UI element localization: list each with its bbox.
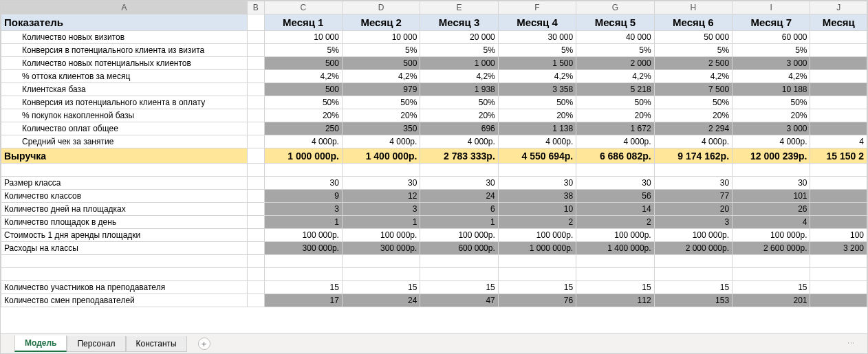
cell[interactable]: 5% [420, 44, 498, 57]
cell[interactable]: 15 [576, 281, 654, 294]
row-label[interactable]: Средний чек за занятие [1, 135, 248, 148]
col-header-J[interactable]: J [810, 1, 867, 14]
cell[interactable] [810, 255, 867, 268]
cell[interactable] [498, 268, 576, 281]
cell[interactable]: 600 000р. [420, 242, 498, 255]
cell[interactable]: 100 000р. [342, 229, 420, 242]
cell[interactable]: 20 [654, 203, 732, 216]
sheet-area[interactable]: A B C D E F G H I J Показатель Месяц 1 М… [1, 1, 867, 333]
cell[interactable]: 500 [342, 57, 420, 70]
cell[interactable]: 10 000 [264, 31, 342, 44]
row-label[interactable]: Количество оплат общее [1, 122, 248, 135]
row-label[interactable]: Количество участников на преподавателя [1, 281, 248, 294]
cell[interactable] [247, 216, 264, 229]
cell[interactable]: 15 [342, 281, 420, 294]
month-header[interactable]: Месяц 3 [420, 14, 498, 31]
cell[interactable]: 201 [733, 294, 810, 307]
cell[interactable]: 1 500 [498, 57, 576, 70]
cell[interactable]: 12 [342, 190, 420, 203]
cell[interactable]: 100 000р. [264, 229, 342, 242]
cell[interactable] [810, 31, 867, 44]
cell[interactable]: 14 [576, 203, 654, 216]
cell[interactable]: 50% [264, 96, 342, 109]
month-header[interactable]: Месяц 1 [264, 14, 342, 31]
cell[interactable]: 10 000 [342, 31, 420, 44]
cell[interactable]: 20% [420, 109, 498, 122]
col-header-B[interactable]: B [247, 1, 264, 14]
cell[interactable] [264, 268, 342, 281]
cell[interactable]: 9 [264, 190, 342, 203]
cell[interactable]: 350 [342, 122, 420, 135]
cell[interactable]: 4 000р. [733, 135, 810, 148]
cell[interactable]: 2 500 [654, 57, 732, 70]
col-header-F[interactable]: F [498, 1, 576, 14]
cell[interactable]: 101 [733, 190, 810, 203]
cell[interactable]: 2 000 [576, 57, 654, 70]
cell[interactable]: 15 [420, 281, 498, 294]
cell[interactable]: 5% [342, 44, 420, 57]
row-label[interactable] [1, 268, 248, 281]
cell[interactable]: 56 [576, 190, 654, 203]
row-label[interactable]: Размер класса [1, 177, 248, 190]
cell[interactable]: 17 [264, 294, 342, 307]
cell[interactable]: 4 000р. [576, 135, 654, 148]
col-header-E[interactable]: E [420, 1, 498, 14]
row-label[interactable] [1, 164, 248, 177]
cell[interactable]: 2 294 [654, 122, 732, 135]
month-header[interactable]: Месяц [810, 14, 867, 31]
cell[interactable]: 5% [264, 44, 342, 57]
revenue-val[interactable]: 1 000 000р. [264, 148, 342, 164]
cell[interactable] [264, 164, 342, 177]
cell[interactable] [247, 294, 264, 307]
revenue-label[interactable]: Выручка [1, 148, 248, 164]
cell[interactable]: 100 000р. [654, 229, 732, 242]
cell[interactable]: 4,2% [576, 70, 654, 83]
cell[interactable] [247, 57, 264, 70]
cell[interactable]: 979 [342, 83, 420, 96]
section-header-label[interactable]: Показатель [1, 14, 248, 31]
cell[interactable]: 153 [654, 294, 732, 307]
month-header[interactable]: Месяц 7 [733, 14, 810, 31]
cell[interactable]: 30 [498, 177, 576, 190]
cell[interactable]: 4 000р. [420, 135, 498, 148]
cell[interactable]: 500 [264, 83, 342, 96]
cell[interactable] [810, 44, 867, 57]
cell[interactable]: 2 [576, 216, 654, 229]
cell[interactable]: 50% [420, 96, 498, 109]
cell[interactable]: 250 [264, 122, 342, 135]
cell[interactable]: 47 [420, 294, 498, 307]
cell[interactable]: 20% [733, 109, 810, 122]
revenue-val[interactable]: 15 150 2 [810, 148, 867, 164]
cell[interactable]: 4 000р. [654, 135, 732, 148]
cell[interactable] [247, 122, 264, 135]
cell[interactable]: 4 000р. [264, 135, 342, 148]
cell[interactable] [247, 255, 264, 268]
col-header-A[interactable]: A [1, 1, 248, 14]
cell[interactable] [247, 44, 264, 57]
cell[interactable] [247, 242, 264, 255]
cell[interactable]: 3 358 [498, 83, 576, 96]
cell[interactable] [247, 148, 264, 164]
cell[interactable] [576, 255, 654, 268]
cell[interactable]: 30 [733, 177, 810, 190]
cell[interactable] [654, 268, 732, 281]
cell[interactable]: 4 [810, 135, 867, 148]
row-label[interactable]: Количество новых визитов [1, 31, 248, 44]
cell[interactable]: 1 [264, 216, 342, 229]
cell[interactable]: 30 [654, 177, 732, 190]
revenue-val[interactable]: 12 000 239р. [733, 148, 810, 164]
revenue-val[interactable]: 9 174 162р. [654, 148, 732, 164]
cell[interactable]: 5% [733, 44, 810, 57]
cell[interactable] [810, 268, 867, 281]
cell[interactable] [810, 96, 867, 109]
cell[interactable] [247, 135, 264, 148]
month-header[interactable]: Месяц 4 [498, 14, 576, 31]
cell[interactable]: 40 000 [576, 31, 654, 44]
cell[interactable] [247, 177, 264, 190]
cell[interactable] [654, 255, 732, 268]
cell[interactable]: 4,2% [264, 70, 342, 83]
add-sheet-button[interactable]: + [198, 338, 210, 350]
month-header[interactable]: Месяц 6 [654, 14, 732, 31]
cell[interactable] [247, 109, 264, 122]
cell[interactable]: 30 000 [498, 31, 576, 44]
